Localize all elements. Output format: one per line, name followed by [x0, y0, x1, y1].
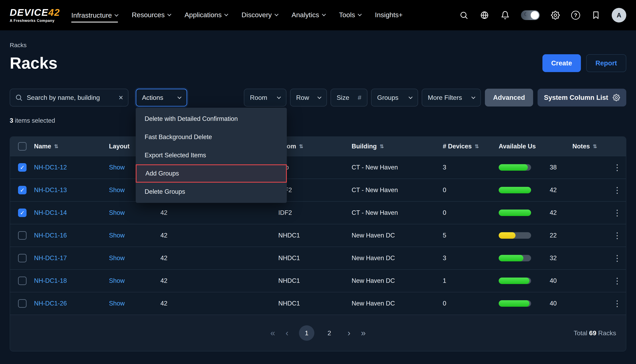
column-header-notes[interactable]: Notes⇅ [563, 143, 608, 150]
create-button[interactable]: Create [542, 54, 581, 72]
devices-count: 0 [443, 186, 446, 194]
row-checkbox[interactable]: ✓ [18, 163, 27, 172]
row-checkbox[interactable] [18, 299, 27, 308]
prev-page-button[interactable]: ‹ [286, 329, 288, 337]
nav-item-tools[interactable]: Tools [339, 11, 361, 20]
row-menu-icon[interactable]: ⋮ [613, 232, 621, 240]
available-units-value: 42 [550, 209, 557, 216]
settings-gear-icon[interactable] [550, 10, 560, 20]
nav-item-analytics[interactable]: Analytics [292, 11, 325, 20]
building-value: CT - New Haven [352, 164, 398, 171]
actions-dropdown[interactable]: Actions [136, 89, 187, 106]
chevron-down-icon [115, 12, 119, 16]
page-button-1[interactable]: 1 [299, 325, 314, 341]
row-checkbox[interactable] [18, 276, 27, 285]
notifications-bell-icon[interactable] [500, 10, 510, 20]
column-header-building[interactable]: Building⇅ [342, 143, 433, 150]
column-header-devices[interactable]: # Devices⇅ [433, 143, 489, 150]
bookmark-icon[interactable] [591, 10, 601, 20]
last-page-button[interactable]: » [361, 329, 366, 337]
advanced-button[interactable]: Advanced [485, 89, 533, 106]
sort-icon[interactable]: ⇅ [299, 143, 303, 150]
rack-name-link[interactable]: NH-DC1-26 [34, 300, 67, 307]
nav-item-label: Insights+ [375, 11, 403, 19]
system-column-list-button[interactable]: System Column List [537, 89, 626, 106]
building-value: New Haven DC [352, 254, 395, 262]
search-icon[interactable] [459, 10, 469, 20]
chevron-down-icon [358, 12, 362, 16]
size-value: 42 [160, 300, 167, 307]
row-menu-icon[interactable]: ⋮ [613, 254, 621, 262]
rack-name-link[interactable]: NH-DC1-12 [34, 164, 67, 171]
chevron-down-icon [471, 95, 475, 99]
menu-item-delete-with-detailed-confirmation[interactable]: Delete with Detailed Confirmation [136, 110, 287, 128]
nav-item-applications[interactable]: Applications [185, 11, 228, 20]
row-menu-icon[interactable]: ⋮ [613, 163, 621, 172]
devices-count: 0 [443, 209, 446, 216]
column-header-name[interactable]: Name⇅ [30, 143, 104, 150]
room-filter[interactable]: Room [244, 89, 286, 106]
row-menu-icon[interactable]: ⋮ [613, 186, 621, 194]
selection-count: 3 [10, 117, 13, 124]
more-filters-dropdown[interactable]: More Filters [422, 89, 481, 106]
menu-item-fast-background-delete[interactable]: Fast Background Delete [136, 128, 287, 146]
groups-filter[interactable]: Groups [371, 89, 418, 106]
rack-name-link[interactable]: NH-DC1-17 [34, 254, 67, 262]
brand-logo[interactable]: DEVICE42 A Freshworks Company [10, 8, 60, 23]
first-page-button[interactable]: « [270, 329, 275, 337]
row-filter[interactable]: Row [290, 89, 327, 106]
layout-show-link[interactable]: Show [109, 186, 125, 194]
help-icon[interactable]: ? [571, 11, 580, 20]
page-button-2[interactable]: 2 [322, 325, 337, 341]
menu-item-export-selected-items[interactable]: Export Selected Items [136, 146, 287, 164]
nav-item-discovery[interactable]: Discovery [241, 11, 278, 20]
layout-show-link[interactable]: Show [109, 164, 125, 171]
size-value: 42 [160, 209, 167, 216]
column-header-label: Layout [109, 143, 130, 150]
layout-show-link[interactable]: Show [109, 209, 125, 216]
table-row: NH-DC1-26Show42NHDC1New Haven DC040⋮ [10, 292, 626, 314]
row-menu-icon[interactable]: ⋮ [613, 209, 621, 217]
row-menu-icon[interactable]: ⋮ [613, 277, 621, 285]
breadcrumb[interactable]: Racks [10, 42, 626, 48]
rack-name-link[interactable]: NH-DC1-16 [34, 232, 67, 239]
search-input-icon [15, 94, 23, 102]
sort-icon[interactable]: ⇅ [475, 143, 479, 150]
row-checkbox[interactable]: ✓ [18, 208, 27, 217]
size-filter[interactable]: Size # [331, 89, 367, 106]
row-checkbox[interactable] [18, 254, 27, 262]
layout-show-link[interactable]: Show [109, 300, 125, 307]
report-button[interactable]: Report [586, 54, 626, 72]
chevron-down-icon [224, 12, 228, 16]
room-value: NHDC1 [278, 300, 300, 307]
row-menu-icon[interactable]: ⋮ [613, 300, 621, 308]
menu-item-add-groups[interactable]: Add Groups [136, 164, 287, 182]
menu-item-delete-groups[interactable]: Delete Groups [136, 182, 287, 201]
nav-item-infrastructure[interactable]: Infrastructure [71, 11, 118, 22]
sort-icon[interactable]: ⇅ [380, 143, 384, 150]
rack-name-link[interactable]: NH-DC1-14 [34, 209, 67, 216]
available-units-bar [499, 187, 531, 193]
next-page-button[interactable]: › [348, 329, 350, 337]
sort-icon[interactable]: ⇅ [54, 143, 58, 150]
theme-toggle[interactable]: ☾ [521, 10, 540, 20]
search-input[interactable] [27, 94, 115, 102]
layout-show-link[interactable]: Show [109, 254, 125, 262]
layout-show-link[interactable]: Show [109, 277, 125, 284]
nav-item-resources[interactable]: Resources [132, 11, 171, 20]
clear-search-icon[interactable]: × [119, 94, 123, 102]
pagination-bar: « ‹ 12 › » Total 69 Racks [10, 314, 626, 351]
select-all-checkbox[interactable] [18, 142, 27, 150]
user-avatar[interactable]: A [612, 8, 626, 22]
rack-name-link[interactable]: NH-DC1-18 [34, 277, 67, 284]
sort-icon[interactable]: ⇅ [593, 143, 597, 150]
row-checkbox[interactable] [18, 231, 27, 240]
nav-item-label: Resources [132, 11, 165, 19]
nav-item-insights[interactable]: Insights+ [375, 11, 403, 20]
total-suffix: Racks [596, 330, 616, 337]
layout-show-link[interactable]: Show [109, 232, 125, 239]
row-checkbox[interactable]: ✓ [18, 186, 27, 194]
globe-icon[interactable] [480, 10, 489, 20]
nav-item-label: Analytics [292, 11, 319, 19]
rack-name-link[interactable]: NH-DC1-13 [34, 186, 67, 194]
